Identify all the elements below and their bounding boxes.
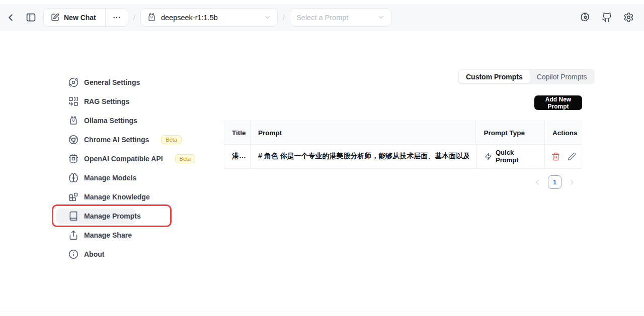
sidebar-item-label: Chrome AI Settings xyxy=(84,136,149,144)
table-header-row: Title Prompt Prompt Type Actions xyxy=(224,121,582,145)
bottom-divider xyxy=(0,311,644,316)
sidebar-item-label: Ollama Settings xyxy=(84,117,137,125)
gear-icon xyxy=(623,12,634,23)
cpu-icon xyxy=(68,154,78,164)
github-link-button[interactable] xyxy=(599,10,614,25)
sidebar-item-manage-prompts[interactable]: Manage Prompts xyxy=(56,208,136,224)
sidebar-item-label: Manage Prompts xyxy=(84,212,141,220)
combine-icon xyxy=(68,96,78,107)
column-header-prompt-type: Prompt Type xyxy=(484,129,525,137)
new-chat-label: New Chat xyxy=(64,14,96,22)
column-header-prompt: Prompt xyxy=(258,129,282,137)
info-icon xyxy=(68,249,78,259)
sidebar-item-label: About xyxy=(84,250,104,258)
more-options-button[interactable] xyxy=(106,9,128,26)
brain-cog-icon xyxy=(580,12,591,23)
blocks-icon xyxy=(68,192,78,202)
beta-badge: Beta xyxy=(161,135,182,144)
next-page-button[interactable] xyxy=(568,178,576,186)
chevron-right-icon xyxy=(568,178,576,186)
zap-icon xyxy=(485,153,492,160)
github-icon xyxy=(602,12,612,23)
knowledge-brain-button[interactable] xyxy=(578,10,593,25)
prompt-type-label: Quick Prompt xyxy=(496,149,537,164)
previous-page-button[interactable] xyxy=(533,178,541,186)
chevron-down-icon xyxy=(377,14,385,21)
new-chat-button-group: New Chat xyxy=(43,8,128,27)
new-chat-button[interactable]: New Chat xyxy=(44,9,105,26)
sidebar-item-label: RAG Settings xyxy=(84,97,129,106)
prompt-select-placeholder: Select a Prompt xyxy=(296,14,348,22)
prompt-text-cell: # 角色 你是一个专业的港美股分析师，能够从技术层面、基本面以及同行业… xyxy=(258,152,469,161)
llama-icon xyxy=(68,116,78,126)
page-number-button[interactable]: 1 xyxy=(548,175,561,189)
sidebar-item-openai-compatible-api[interactable]: OpenAI Compatible API Beta xyxy=(56,149,182,168)
path-separator: / xyxy=(133,13,135,22)
prompt-title-cell: 港… xyxy=(232,152,246,161)
sidebar-item-manage-knowledge[interactable]: Manage Knowledge xyxy=(56,187,182,206)
tab-copilot-prompts[interactable]: Copilot Prompts xyxy=(530,70,594,83)
toggle-sidebar-button[interactable] xyxy=(23,10,38,25)
chevron-left-icon xyxy=(5,12,16,23)
pagination: 1 xyxy=(533,175,576,189)
chrome-icon xyxy=(68,135,78,145)
settings-button[interactable] xyxy=(621,10,636,25)
sidebar-item-general-settings[interactable]: General Settings xyxy=(56,73,182,92)
prompts-table: Title Prompt Prompt Type Actions 港… # 角色… xyxy=(224,121,582,169)
edit-prompt-button[interactable] xyxy=(568,152,576,161)
pencil-icon xyxy=(568,152,576,161)
add-new-prompt-button[interactable]: Add New Prompt xyxy=(534,95,582,110)
path-separator: / xyxy=(283,13,285,22)
chevron-down-icon xyxy=(264,14,271,21)
llama-icon xyxy=(147,13,156,22)
table-row: 港… # 角色 你是一个专业的港美股分析师，能够从技术层面、基本面以及同行业… … xyxy=(224,145,582,168)
square-pen-icon xyxy=(51,13,59,22)
back-button[interactable] xyxy=(3,10,18,25)
model-select[interactable]: deepseek-r1:1.5b xyxy=(140,8,278,27)
sidebar-item-label: General Settings xyxy=(84,78,140,86)
sidebar-item-ollama-settings[interactable]: Ollama Settings xyxy=(56,111,182,130)
sidebar-item-manage-share[interactable]: Manage Share xyxy=(56,226,182,245)
top-strip xyxy=(0,0,644,4)
prompt-type-cell: Quick Prompt xyxy=(477,145,545,168)
beta-badge: Beta xyxy=(175,154,196,163)
sidebar-item-about[interactable]: About xyxy=(56,245,182,264)
delete-prompt-button[interactable] xyxy=(551,152,560,161)
prompts-tab-switcher: Custom Prompts Copilot Prompts xyxy=(458,69,595,84)
topbar-actions xyxy=(578,10,636,25)
column-header-actions: Actions xyxy=(552,129,578,137)
ellipsis-icon xyxy=(112,13,121,22)
prompt-select[interactable]: Select a Prompt xyxy=(290,8,391,27)
chevron-left-icon xyxy=(533,178,541,186)
actions-cell xyxy=(545,145,582,168)
panel-left-icon xyxy=(26,12,36,23)
brain-icon xyxy=(68,173,78,183)
trash-icon xyxy=(551,152,560,161)
orbit-icon xyxy=(68,77,78,87)
sidebar-item-rag-settings[interactable]: RAG Settings xyxy=(56,92,182,111)
sidebar-item-chrome-ai-settings[interactable]: Chrome AI Settings Beta xyxy=(56,130,182,149)
sidebar-item-label: Manage Share xyxy=(84,231,132,239)
column-header-title: Title xyxy=(232,129,246,137)
sidebar-item-label: Manage Models xyxy=(84,174,136,182)
book-icon xyxy=(68,211,78,221)
model-select-value: deepseek-r1:1.5b xyxy=(161,14,218,22)
sidebar-item-label: OpenAI Compatible API xyxy=(84,155,163,163)
sidebar-item-manage-models[interactable]: Manage Models xyxy=(56,168,182,187)
settings-sidebar: General Settings RAG Settings Ollama Set… xyxy=(50,73,182,264)
share-icon xyxy=(68,230,78,240)
top-navigation-bar: New Chat / deepseek-r1:1.5b / Select a P… xyxy=(0,4,644,31)
tab-custom-prompts[interactable]: Custom Prompts xyxy=(459,70,530,83)
sidebar-item-label: Manage Knowledge xyxy=(84,193,150,201)
